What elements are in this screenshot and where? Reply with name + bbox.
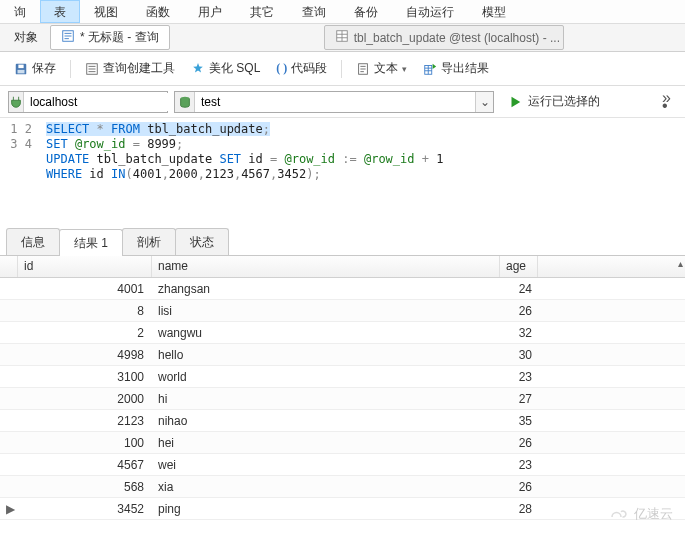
toolbar: 保存 查询创建工具 美化 SQL ( ) 代码段 文本 ▾ 导出结果 (0, 52, 685, 86)
menu-函数[interactable]: 函数 (132, 0, 184, 23)
cell-id[interactable]: 3100 (18, 368, 152, 386)
cell-id[interactable]: 568 (18, 478, 152, 496)
cell-name[interactable]: hi (152, 390, 500, 408)
result-tab-0[interactable]: 信息 (6, 228, 60, 255)
table-row[interactable]: 568xia26 (0, 476, 685, 498)
table-row[interactable]: 100hei26 (0, 432, 685, 454)
cell-age[interactable]: 24 (500, 280, 538, 298)
cell-id[interactable]: 3452 (18, 500, 152, 518)
cell-id[interactable]: 4001 (18, 280, 152, 298)
cell-age[interactable]: 32 (500, 324, 538, 342)
row-marker (0, 441, 18, 445)
menu-用户[interactable]: 用户 (184, 0, 236, 23)
table-row[interactable]: 8lisi26 (0, 300, 685, 322)
table-row[interactable]: 2123nihao35 (0, 410, 685, 432)
menu-模型[interactable]: 模型 (468, 0, 520, 23)
svg-rect-3 (18, 64, 23, 68)
cell-name[interactable]: zhangsan (152, 280, 500, 298)
database-input[interactable] (195, 93, 475, 111)
server-input[interactable] (24, 93, 186, 111)
run-selected-button[interactable]: 运行已选择的 (500, 90, 608, 113)
cell-name[interactable]: wei (152, 456, 500, 474)
result-tabs: 信息结果 1剖析状态 (0, 230, 685, 256)
col-age[interactable]: age (500, 256, 538, 277)
cell-id[interactable]: 100 (18, 434, 152, 452)
cell-id[interactable]: 2123 (18, 412, 152, 430)
row-marker (0, 419, 18, 423)
cell-name[interactable]: world (152, 368, 500, 386)
more-icon[interactable]: »• (662, 94, 677, 110)
menu-表[interactable]: 表 (40, 0, 80, 23)
cell-age[interactable]: 26 (500, 478, 538, 496)
beautify-sql-button[interactable]: 美化 SQL (185, 57, 266, 80)
cell-name[interactable]: lisi (152, 302, 500, 320)
code-snippet-button[interactable]: ( ) 代码段 (270, 57, 333, 80)
row-marker (0, 485, 18, 489)
cell-age[interactable]: 30 (500, 346, 538, 364)
snippet-label: 代码段 (291, 60, 327, 77)
table-row[interactable]: 2000hi27 (0, 388, 685, 410)
result-tab-1[interactable]: 结果 1 (59, 229, 123, 256)
doc-tab-active[interactable]: * 无标题 - 查询 (50, 25, 170, 50)
menu-自动运行[interactable]: 自动运行 (392, 0, 468, 23)
doc-tab-inactive[interactable]: tbl_batch_update @test (localhost) - ... (324, 25, 564, 50)
database-icon (175, 92, 195, 112)
sql-editor[interactable]: 1 2 3 4 SELECT * FROM tbl_batch_update;S… (0, 118, 685, 230)
cell-name[interactable]: xia (152, 478, 500, 496)
table-row[interactable]: 3100world23 (0, 366, 685, 388)
cell-age[interactable]: 28 (500, 500, 538, 518)
cell-name[interactable]: ping (152, 500, 500, 518)
table-row[interactable]: ▶3452ping28 (0, 498, 685, 520)
cell-name[interactable]: hello (152, 346, 500, 364)
query-builder-button[interactable]: 查询创建工具 (79, 57, 181, 80)
doc-tab-title: * 无标题 - 查询 (80, 29, 159, 46)
cell-age[interactable]: 26 (500, 302, 538, 320)
scroll-up-icon[interactable]: ▴ (678, 258, 683, 269)
table-row[interactable]: 4998hello30 (0, 344, 685, 366)
chevron-down-icon[interactable]: ⌄ (475, 92, 493, 112)
cell-id[interactable]: 2 (18, 324, 152, 342)
row-marker (0, 309, 18, 313)
cell-age[interactable]: 27 (500, 390, 538, 408)
save-button[interactable]: 保存 (8, 57, 62, 80)
menu-备份[interactable]: 备份 (340, 0, 392, 23)
row-marker (0, 353, 18, 357)
result-tab-2[interactable]: 剖析 (122, 228, 176, 255)
col-name[interactable]: name (152, 256, 500, 277)
cell-name[interactable]: hei (152, 434, 500, 452)
menu-其它[interactable]: 其它 (236, 0, 288, 23)
text-export-button[interactable]: 文本 ▾ (350, 57, 413, 80)
row-marker (0, 331, 18, 335)
cell-name[interactable]: nihao (152, 412, 500, 430)
table-row[interactable]: 4001zhangsan24 (0, 278, 685, 300)
database-combo[interactable]: ⌄ (174, 91, 494, 113)
cell-id[interactable]: 4567 (18, 456, 152, 474)
server-combo[interactable]: ⌄ (8, 91, 168, 113)
result-tab-3[interactable]: 状态 (175, 228, 229, 255)
export-label: 导出结果 (441, 60, 489, 77)
cell-age[interactable]: 26 (500, 434, 538, 452)
menu-询[interactable]: 询 (0, 0, 40, 23)
menu-视图[interactable]: 视图 (80, 0, 132, 23)
cell-id[interactable]: 8 (18, 302, 152, 320)
cell-age[interactable]: 23 (500, 368, 538, 386)
cell-id[interactable]: 2000 (18, 390, 152, 408)
table-icon (335, 29, 349, 46)
col-id[interactable]: id (18, 256, 152, 277)
table-row[interactable]: 2wangwu32 (0, 322, 685, 344)
parentheses-icon: ( ) (276, 61, 287, 76)
cell-age[interactable]: 35 (500, 412, 538, 430)
cell-age[interactable]: 23 (500, 456, 538, 474)
watermark: 亿速云 (606, 505, 673, 523)
sql-code[interactable]: SELECT * FROM tbl_batch_update;SET @row_… (40, 118, 685, 230)
export-results-button[interactable]: 导出结果 (417, 57, 495, 80)
save-label: 保存 (32, 60, 56, 77)
row-marker (0, 375, 18, 379)
cell-id[interactable]: 4998 (18, 346, 152, 364)
cell-name[interactable]: wangwu (152, 324, 500, 342)
connection-row: ⌄ ⌄ 运行已选择的 »• (0, 86, 685, 118)
menu-查询[interactable]: 查询 (288, 0, 340, 23)
object-pane-label[interactable]: 对象 (6, 25, 46, 50)
svg-rect-4 (18, 69, 25, 73)
table-row[interactable]: 4567wei23 (0, 454, 685, 476)
